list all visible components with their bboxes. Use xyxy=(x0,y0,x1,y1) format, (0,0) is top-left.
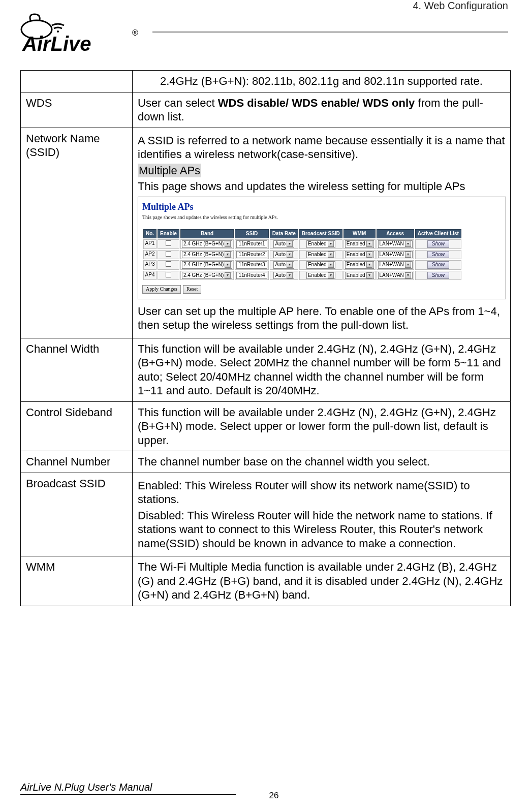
dropdown-value: Auto xyxy=(275,241,286,247)
ap-col-header: Active Client List xyxy=(415,229,461,239)
desc-text: User can set up the multiple AP here. To… xyxy=(138,304,506,332)
ap-row: AP12.4 GHz (B+G+N)▾11nRouter1Auto▾Enable… xyxy=(143,239,461,249)
dropdown[interactable]: 2.4 GHz (B+G+N)▾ xyxy=(182,261,232,269)
desc-text: This function will be available under 2.… xyxy=(138,342,501,397)
table-row: Channel WidthThis function will be avail… xyxy=(21,338,511,401)
dropdown-value: 2.4 GHz (B+G+N) xyxy=(183,241,224,247)
param-name: Channel Width xyxy=(21,338,133,401)
dropdown[interactable]: LAN+WAN▾ xyxy=(378,251,413,259)
dropdown-value: Enabled xyxy=(308,262,327,268)
chevron-down-icon: ▾ xyxy=(328,272,334,278)
ap-col-header: No. xyxy=(143,229,157,239)
show-button[interactable]: Show xyxy=(427,251,449,259)
chevron-down-icon: ▾ xyxy=(225,241,231,247)
chevron-down-icon: ▾ xyxy=(225,262,231,268)
dropdown[interactable]: LAN+WAN▾ xyxy=(378,261,413,269)
dropdown[interactable]: Enabled▾ xyxy=(345,261,374,269)
dropdown[interactable]: Enabled▾ xyxy=(306,251,335,259)
enable-checkbox[interactable] xyxy=(166,261,171,267)
ssid-input[interactable]: 11nRouter1 xyxy=(236,240,267,248)
dropdown-value: Auto xyxy=(275,262,286,268)
dropdown[interactable]: LAN+WAN▾ xyxy=(378,240,413,248)
ap-col-header: Band xyxy=(180,229,234,239)
desc-text: User can select WDS disable/ WDS enable/… xyxy=(138,97,483,123)
multiple-aps-screenshot: Multiple APsThis page shows and updates … xyxy=(138,197,506,299)
enable-checkbox[interactable] xyxy=(166,251,171,257)
header-divider xyxy=(152,32,508,33)
table-row: Control SidebandThis function will be av… xyxy=(21,401,511,451)
chevron-down-icon: ▾ xyxy=(405,262,411,268)
param-name: Channel Number xyxy=(21,451,133,473)
dropdown[interactable]: Enabled▾ xyxy=(345,272,374,279)
table-row: Broadcast SSIDEnabled: This Wireless Rou… xyxy=(21,473,511,556)
dropdown[interactable]: Enabled▾ xyxy=(345,251,374,259)
ap-row: AP22.4 GHz (B+G+N)▾11nRouter2Auto▾Enable… xyxy=(143,250,461,260)
chevron-down-icon: ▾ xyxy=(287,241,293,247)
svg-text:AirLive: AirLive xyxy=(22,33,91,54)
chevron-down-icon: ▾ xyxy=(225,272,231,278)
chevron-down-icon: ▾ xyxy=(287,262,293,268)
chevron-down-icon: ▾ xyxy=(287,272,293,278)
dropdown[interactable]: 2.4 GHz (B+G+N)▾ xyxy=(182,240,232,248)
param-name xyxy=(21,71,133,92)
dropdown-value: Auto xyxy=(275,252,286,258)
dropdown[interactable]: 2.4 GHz (B+G+N)▾ xyxy=(182,251,232,259)
dropdown[interactable]: LAN+WAN▾ xyxy=(378,272,413,279)
param-name: WDS xyxy=(21,92,133,128)
ap-no: AP1 xyxy=(143,239,157,249)
dropdown-value: LAN+WAN xyxy=(380,252,404,258)
enable-checkbox[interactable] xyxy=(166,240,171,246)
dropdown-value: LAN+WAN xyxy=(380,262,404,268)
show-button[interactable]: Show xyxy=(427,240,449,248)
dropdown-value: Enabled xyxy=(347,241,365,247)
bold-text: WDS disable/ WDS enable/ WDS only xyxy=(218,97,415,109)
logo-text: AirLive xyxy=(22,33,91,54)
ssid-input[interactable]: 11nRouter2 xyxy=(236,251,267,259)
dropdown[interactable]: Auto▾ xyxy=(273,261,294,269)
show-button[interactable]: Show xyxy=(427,261,449,269)
enable-checkbox[interactable] xyxy=(166,272,171,277)
table-row: Network Name (SSID)A SSID is referred to… xyxy=(21,128,511,338)
ap-row: AP42.4 GHz (B+G+N)▾11nRouter4Auto▾Enable… xyxy=(143,271,461,280)
table-row: Channel NumberThe channel number base on… xyxy=(21,451,511,473)
screenshot-title: Multiple APs xyxy=(142,201,502,213)
param-desc: The Wi-Fi Multiple Media function is ava… xyxy=(133,556,511,606)
dropdown[interactable]: Enabled▾ xyxy=(345,240,374,248)
param-desc: This function will be available under 2.… xyxy=(133,338,511,401)
chevron-down-icon: ▾ xyxy=(287,252,293,258)
dropdown[interactable]: Auto▾ xyxy=(273,272,294,279)
chevron-down-icon: ▾ xyxy=(328,262,334,268)
dropdown[interactable]: Enabled▾ xyxy=(306,261,335,269)
reset-button[interactable]: Reset xyxy=(183,285,201,294)
ap-row: AP32.4 GHz (B+G+N)▾11nRouter3Auto▾Enable… xyxy=(143,260,461,270)
footer-manual-title: AirLive N.Plug User's Manual xyxy=(20,782,236,795)
param-desc: User can select WDS disable/ WDS enable/… xyxy=(133,92,511,128)
table-row: WMMThe Wi-Fi Multiple Media function is … xyxy=(21,556,511,606)
chevron-down-icon: ▾ xyxy=(405,272,411,278)
chapter-title: 4. Web Configuration xyxy=(413,0,508,12)
desc-text: Disabled: This Wireless Router will hide… xyxy=(138,509,506,551)
desc-text: This function will be available under 2.… xyxy=(138,406,496,447)
dropdown-value: 2.4 GHz (B+G+N) xyxy=(183,262,224,268)
apply-changes-button[interactable]: Apply Changes xyxy=(142,285,181,294)
param-desc: A SSID is referred to a network name bec… xyxy=(133,128,511,338)
desc-text: This page shows and updates the wireless… xyxy=(138,179,506,194)
chevron-down-icon: ▾ xyxy=(366,252,372,258)
param-desc: This function will be available under 2.… xyxy=(133,401,511,451)
chevron-down-icon: ▾ xyxy=(366,262,372,268)
dropdown[interactable]: Enabled▾ xyxy=(306,240,335,248)
dropdown[interactable]: Auto▾ xyxy=(273,240,294,248)
ssid-input[interactable]: 11nRouter4 xyxy=(236,272,267,279)
dropdown-value: Enabled xyxy=(308,252,327,258)
chevron-down-icon: ▾ xyxy=(405,241,411,247)
table-row: WDSUser can select WDS disable/ WDS enab… xyxy=(21,92,511,128)
param-desc: Enabled: This Wireless Router will show … xyxy=(133,473,511,556)
param-name: WMM xyxy=(21,556,133,606)
show-button[interactable]: Show xyxy=(427,272,449,279)
dropdown[interactable]: 2.4 GHz (B+G+N)▾ xyxy=(182,272,232,279)
ssid-input[interactable]: 11nRouter3 xyxy=(236,261,267,269)
dropdown-value: Enabled xyxy=(308,272,327,279)
dropdown[interactable]: Enabled▾ xyxy=(306,272,335,279)
dropdown[interactable]: Auto▾ xyxy=(273,251,294,259)
dropdown-value: 2.4 GHz (B+G+N) xyxy=(183,272,224,279)
